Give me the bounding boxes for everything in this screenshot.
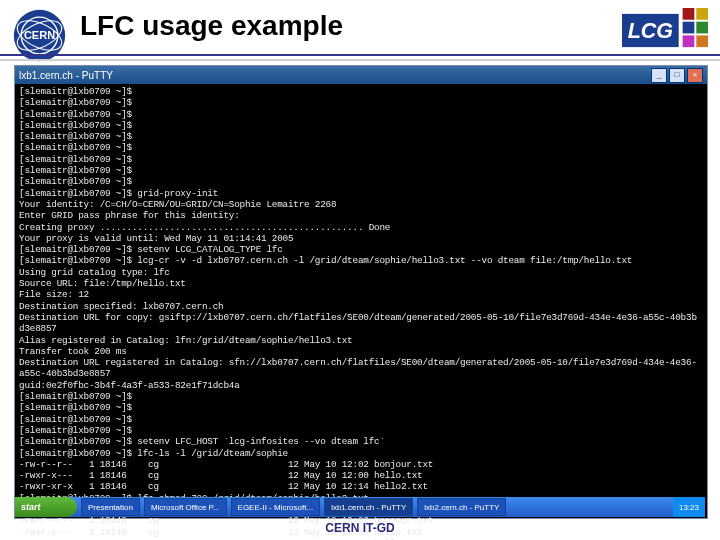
putty-window: lxb1.cern.ch - PuTTY _ □ × [slemaitr@lxb…: [14, 65, 708, 519]
taskbar: start Presentation Microsoft Office P...…: [15, 497, 705, 517]
taskbar-item[interactable]: Microsoft Office P...: [144, 498, 227, 516]
taskbar-item[interactable]: lxb1.cern.ch - PuTTY: [324, 498, 413, 516]
start-label: start: [21, 502, 41, 512]
slide: CERN LCG LFC usage example lxb1.cern.ch …: [0, 0, 720, 540]
slide-title: LFC usage example: [80, 10, 343, 42]
rule: [0, 59, 720, 61]
taskbar-item[interactable]: lxb2.cern.ch - PuTTY: [417, 498, 506, 516]
svg-text:CERN: CERN: [24, 29, 55, 41]
svg-rect-11: [683, 35, 695, 47]
close-button[interactable]: ×: [687, 68, 703, 83]
minimize-button[interactable]: _: [651, 68, 667, 83]
svg-rect-9: [683, 22, 695, 34]
slide-footer: CERN IT-GD: [0, 521, 720, 535]
svg-text:LCG: LCG: [628, 19, 674, 43]
svg-rect-12: [696, 35, 708, 47]
window-titlebar[interactable]: lxb1.cern.ch - PuTTY _ □ ×: [15, 66, 707, 84]
maximize-button[interactable]: □: [669, 68, 685, 83]
tray-time: 13:23: [679, 503, 699, 512]
svg-rect-7: [683, 8, 695, 20]
taskbar-item[interactable]: EGEE-II - Microsoft...: [231, 498, 321, 516]
lcg-logo: LCG: [622, 8, 710, 58]
system-tray[interactable]: 13:23: [673, 497, 705, 517]
rule: [0, 54, 720, 56]
svg-rect-8: [696, 8, 708, 20]
taskbar-item[interactable]: Presentation: [81, 498, 140, 516]
svg-rect-10: [696, 22, 708, 34]
start-button[interactable]: start: [15, 497, 77, 517]
window-title: lxb1.cern.ch - PuTTY: [19, 70, 649, 81]
terminal-content[interactable]: [slemaitr@lxb0709 ~]$ [slemaitr@lxb0709 …: [15, 84, 707, 540]
